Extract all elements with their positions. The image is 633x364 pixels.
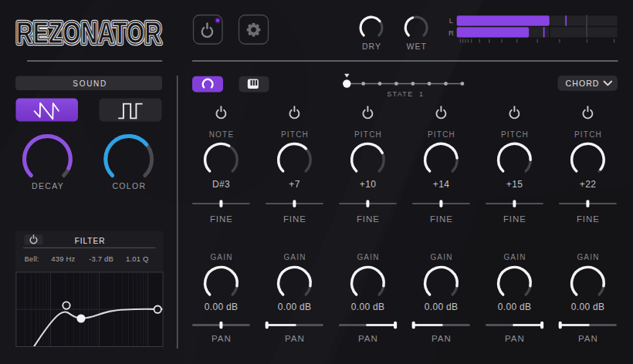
svg-text:GAIN: GAIN <box>503 253 526 261</box>
svg-text:L: L <box>449 16 453 25</box>
svg-text:STATE 1: STATE 1 <box>387 90 424 98</box>
svg-text:FILTER: FILTER <box>75 237 106 245</box>
svg-text:PAN: PAN <box>432 334 452 343</box>
svg-text:PAN: PAN <box>285 334 305 343</box>
svg-text:0.00 dB: 0.00 dB <box>425 302 458 312</box>
svg-text:0.00 dB: 0.00 dB <box>571 302 604 312</box>
svg-text:+7: +7 <box>289 179 300 190</box>
svg-text:FINE: FINE <box>430 214 453 224</box>
svg-text:COLOR: COLOR <box>112 181 146 190</box>
svg-text:PITCH: PITCH <box>501 130 529 139</box>
svg-text:WET: WET <box>406 42 427 51</box>
svg-text:+10: +10 <box>360 179 377 190</box>
svg-text:D#3: D#3 <box>212 179 230 190</box>
svg-text:NOTE: NOTE <box>209 130 235 139</box>
svg-text:PAN: PAN <box>505 334 525 343</box>
svg-text:PAN: PAN <box>578 334 598 343</box>
svg-text:CHORD: CHORD <box>566 79 600 88</box>
svg-text:+15: +15 <box>506 179 523 190</box>
svg-text:DRY: DRY <box>362 42 381 51</box>
svg-text:FINE: FINE <box>210 214 233 224</box>
svg-text:FINE: FINE <box>283 214 306 224</box>
svg-text:FINE: FINE <box>577 214 600 224</box>
svg-text:PITCH: PITCH <box>281 130 309 139</box>
svg-text:-3.7 dB: -3.7 dB <box>89 254 113 263</box>
svg-text:0.00 dB: 0.00 dB <box>205 302 238 312</box>
svg-text:REZONATOR: REZONATOR <box>16 17 161 49</box>
svg-text:SOUND: SOUND <box>73 79 107 88</box>
svg-text:0.00 dB: 0.00 dB <box>498 302 531 312</box>
svg-text:GAIN: GAIN <box>357 253 379 261</box>
svg-text:PAN: PAN <box>358 334 378 343</box>
svg-text:DECAY: DECAY <box>32 181 64 190</box>
svg-text:GAIN: GAIN <box>210 253 232 261</box>
svg-text:PITCH: PITCH <box>354 130 382 139</box>
svg-text:0.00 dB: 0.00 dB <box>278 302 311 312</box>
svg-text:+22: +22 <box>580 179 597 190</box>
svg-text:PITCH: PITCH <box>574 130 602 139</box>
svg-text:FINE: FINE <box>503 214 526 224</box>
svg-text:GAIN: GAIN <box>430 253 452 261</box>
svg-text:GAIN: GAIN <box>283 253 306 261</box>
svg-text:PITCH: PITCH <box>428 130 455 139</box>
svg-text:R: R <box>449 29 454 37</box>
svg-text:+14: +14 <box>433 179 450 190</box>
svg-text:FINE: FINE <box>357 214 380 224</box>
svg-text:GAIN: GAIN <box>577 253 599 261</box>
svg-text:Bell:: Bell: <box>25 255 39 263</box>
svg-text:1.01 Q: 1.01 Q <box>126 254 149 263</box>
svg-text:439 Hz: 439 Hz <box>51 254 75 263</box>
svg-text:PAN: PAN <box>212 334 232 343</box>
svg-text:0.00 dB: 0.00 dB <box>351 302 384 312</box>
